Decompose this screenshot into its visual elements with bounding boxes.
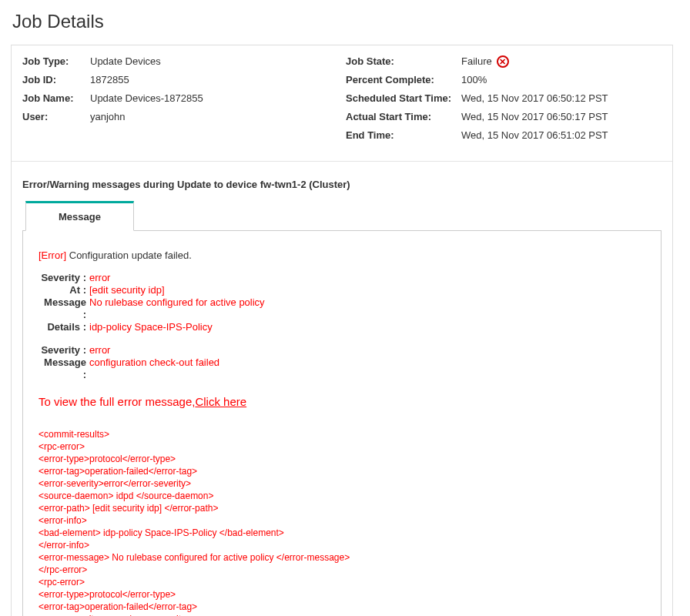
actual-label: Actual Start Time: [346, 110, 461, 124]
job-name-value: Update Devices-1872855 [90, 92, 203, 105]
sev1-k: Severity : [39, 272, 86, 284]
job-state-text: Failure [461, 55, 492, 69]
job-id-value: 1872855 [90, 73, 129, 87]
xml-line: <error-tag>operation-failed</error-tag> [39, 465, 645, 477]
xml-line: <error-info> [39, 514, 645, 527]
error-block-1: Severity : error At : [edit security idp… [39, 272, 645, 333]
job-user-label: User: [22, 110, 90, 124]
xml-line: <commit-results> [39, 428, 645, 440]
failure-icon: ✕ [497, 55, 509, 68]
meta-right-col: Job State: Failure ✕ Percent Complete: 1… [346, 55, 662, 147]
end-row: End Time: Wed, 15 Nov 2017 06:51:02 PST [346, 129, 662, 142]
tab-bar: Message [25, 201, 662, 230]
xml-line: <bad-element> idp-policy Space-IPS-Polic… [39, 527, 645, 539]
job-state-row: Job State: Failure ✕ [346, 55, 662, 69]
job-user-value: yanjohn [90, 110, 126, 124]
det1-k: Details : [39, 321, 86, 333]
sev2-k: Severity : [39, 344, 86, 357]
error-section-title: Error/Warning messages during Update to … [22, 162, 662, 201]
error-header-text: Configuration update failed. [66, 249, 192, 261]
xml-line: <error-severity>error</error-severity> [39, 477, 645, 490]
msg1-v: No rulebase configured for active policy [89, 296, 265, 321]
meta-left-col: Job Type: Update Devices Job ID: 1872855… [22, 55, 338, 147]
xml-line: <rpc-error> [39, 440, 645, 453]
end-label: End Time: [346, 129, 461, 142]
xml-line: <error-tag>operation-failed</error-tag> [39, 601, 645, 613]
percent-row: Percent Complete: 100% [346, 73, 662, 87]
full-error-prompt: To view the full error message,Click her… [39, 395, 645, 408]
xml-line: <error-type>protocol</error-type> [39, 453, 645, 465]
xml-line: <error-path> [edit security idp] </error… [39, 502, 645, 514]
job-id-label: Job ID: [22, 73, 90, 87]
job-state-label: Job State: [346, 55, 461, 69]
at1-k: At : [39, 284, 86, 296]
actual-value: Wed, 15 Nov 2017 06:50:17 PST [461, 110, 608, 124]
xml-line: <error-severity>error</error-severity> [39, 613, 645, 616]
message-tab-content: [Error] Configuration update failed. Sev… [22, 230, 662, 616]
xml-line: <error-message> No rulebase configured f… [39, 551, 645, 564]
job-type-row: Job Type: Update Devices [22, 55, 338, 69]
xml-line: </error-info> [39, 539, 645, 551]
xml-line: <source-daemon> idpd </source-daemon> [39, 490, 645, 502]
job-id-row: Job ID: 1872855 [22, 73, 338, 87]
sched-label: Scheduled Start Time: [346, 92, 461, 105]
job-name-label: Job Name: [22, 92, 90, 105]
job-name-row: Job Name: Update Devices-1872855 [22, 92, 338, 105]
sev1-v: error [89, 272, 110, 284]
percent-value: 100% [461, 73, 487, 87]
sched-row: Scheduled Start Time: Wed, 15 Nov 2017 0… [346, 92, 662, 105]
msg1-k: Message : [39, 296, 86, 321]
end-value: Wed, 15 Nov 2017 06:51:02 PST [461, 129, 608, 142]
actual-row: Actual Start Time: Wed, 15 Nov 2017 06:5… [346, 110, 662, 124]
page-title: Job Details [0, 0, 684, 37]
sched-value: Wed, 15 Nov 2017 06:50:12 PST [461, 92, 608, 105]
message-header: [Error] Configuration update failed. [39, 249, 645, 261]
xml-line: <error-type>protocol</error-type> [39, 588, 645, 601]
error-tag: [Error] [39, 249, 66, 261]
xml-line: <rpc-error> [39, 576, 645, 588]
job-details-panel: Job Type: Update Devices Job ID: 1872855… [11, 45, 673, 616]
at1-v: [edit security idp] [89, 284, 165, 296]
xml-dump: <commit-results><rpc-error><error-type>p… [39, 428, 645, 616]
job-state-value: Failure ✕ [461, 55, 509, 69]
sev2-v: error [89, 344, 110, 357]
job-type-label: Job Type: [22, 55, 90, 69]
msg2-k: Message : [39, 357, 86, 381]
job-meta: Job Type: Update Devices Job ID: 1872855… [22, 55, 662, 147]
det1-v: idp-policy Space-IPS-Policy [89, 321, 213, 333]
job-user-row: User: yanjohn [22, 110, 338, 124]
click-here-link[interactable]: Click here [195, 395, 246, 408]
job-type-value: Update Devices [90, 55, 161, 69]
tab-message[interactable]: Message [25, 201, 134, 231]
msg2-v: configuration check-out failed [89, 357, 219, 381]
xml-line: </rpc-error> [39, 564, 645, 576]
full-error-text: To view the full error message, [39, 395, 195, 408]
percent-label: Percent Complete: [346, 73, 461, 87]
error-block-2: Severity : error Message : configuration… [39, 344, 645, 381]
